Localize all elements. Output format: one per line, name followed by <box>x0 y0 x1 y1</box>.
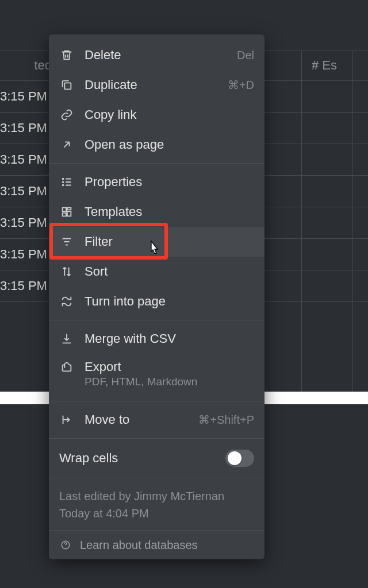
templates-menu-item[interactable]: Templates <box>49 197 264 227</box>
last-edited-info: Last edited by Jimmy McTiernan Today at … <box>49 482 264 530</box>
menu-item-label: Merge with CSV <box>85 331 254 346</box>
menu-item-label: Filter <box>85 234 254 249</box>
menu-separator <box>49 478 264 478</box>
turn-into-page-icon <box>59 294 74 309</box>
duplicate-icon <box>59 78 74 92</box>
wrap-cells-row[interactable]: Wrap cells <box>49 442 264 474</box>
open-page-icon <box>59 137 74 152</box>
column-header-estimate[interactable]: #Es <box>312 51 368 80</box>
help-icon <box>59 539 72 551</box>
turn-into-page-menu-item[interactable]: Turn into page <box>49 287 264 316</box>
svg-point-1 <box>63 179 64 180</box>
menu-item-label: Sort <box>85 264 254 279</box>
menu-item-shortcut: ⌘+D <box>228 78 254 92</box>
wrap-cells-label: Wrap cells <box>59 451 225 466</box>
filter-menu-item[interactable]: Filter <box>49 227 264 257</box>
menu-item-label: Templates <box>85 204 254 219</box>
menu-item-label: Duplicate <box>85 78 228 92</box>
duplicate-menu-item[interactable]: Duplicate ⌘+D <box>49 70 264 100</box>
trash-icon <box>59 48 74 63</box>
learn-about-databases-link[interactable]: Learn about databases <box>49 530 264 559</box>
sort-icon <box>59 264 74 279</box>
merge-csv-icon <box>59 331 74 346</box>
menu-item-label: Move to <box>85 412 198 427</box>
column-header-left[interactable]: ted <box>0 51 56 80</box>
menu-item-label: Properties <box>85 175 254 189</box>
open-as-page-menu-item[interactable]: Open as page <box>49 130 264 160</box>
templates-icon <box>59 204 74 219</box>
menu-item-shortcut: ⌘+Shift+P <box>198 413 254 427</box>
move-to-icon <box>59 412 74 427</box>
learn-link-label: Learn about databases <box>80 539 198 552</box>
delete-menu-item[interactable]: Delete Del <box>49 40 264 70</box>
properties-menu-item[interactable]: Properties <box>49 167 264 197</box>
move-to-menu-item[interactable]: Move to ⌘+Shift+P <box>49 405 264 435</box>
filter-icon <box>59 234 74 249</box>
menu-item-label: Open as page <box>85 137 254 152</box>
copy-link-menu-item[interactable]: Copy link <box>49 100 264 130</box>
menu-separator <box>49 163 264 164</box>
last-edited-by: Last edited by Jimmy McTiernan <box>59 488 254 505</box>
properties-icon <box>59 175 74 189</box>
sort-menu-item[interactable]: Sort <box>49 257 264 287</box>
svg-rect-0 <box>64 83 71 89</box>
hash-icon: # <box>312 58 319 73</box>
menu-item-label: Copy link <box>85 107 254 122</box>
export-menu-item[interactable]: Export PDF, HTML, Markdown <box>49 354 264 397</box>
database-context-menu: Delete Del Duplicate ⌘+D Copy link Open … <box>49 34 264 559</box>
menu-separator <box>49 438 264 439</box>
merge-csv-menu-item[interactable]: Merge with CSV <box>49 324 264 354</box>
menu-separator <box>49 401 264 401</box>
svg-point-3 <box>63 185 64 186</box>
menu-item-shortcut: Del <box>237 49 254 62</box>
menu-item-subtitle: PDF, HTML, Markdown <box>85 376 197 388</box>
export-icon <box>59 359 74 374</box>
svg-point-2 <box>63 181 64 183</box>
menu-item-label: Delete <box>85 48 237 63</box>
menu-item-label: Export <box>85 359 197 374</box>
last-edited-at: Today at 4:04 PM <box>59 505 254 522</box>
wrap-cells-toggle[interactable] <box>225 450 254 467</box>
menu-item-label: Turn into page <box>85 294 254 309</box>
link-icon <box>59 107 74 122</box>
menu-separator <box>49 320 264 320</box>
